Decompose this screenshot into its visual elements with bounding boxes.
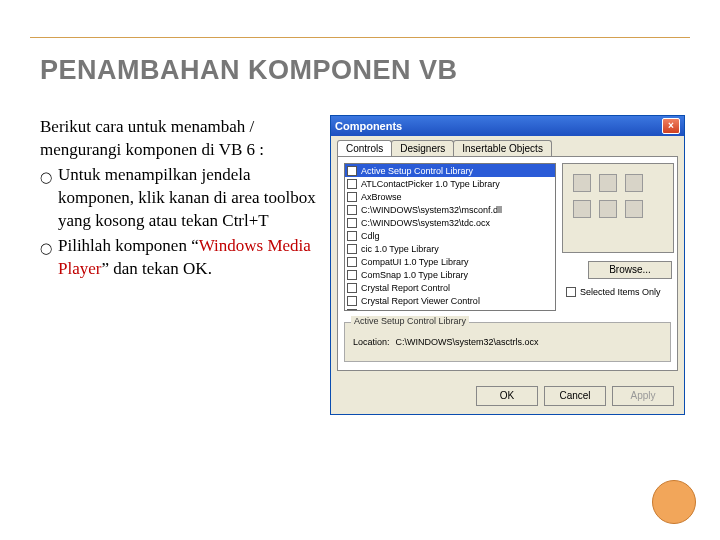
tab-panel: Active Setup Control Library ATLContactP… xyxy=(337,156,678,371)
components-dialog: Components × Controls Designers Insertab… xyxy=(330,115,685,415)
checkbox-icon[interactable] xyxy=(347,309,357,312)
checkbox-icon[interactable] xyxy=(347,166,357,176)
checkbox-icon[interactable] xyxy=(347,218,357,228)
list-item[interactable]: Crystal Report Control xyxy=(345,281,555,294)
checkbox-icon[interactable] xyxy=(347,257,357,267)
checkbox-icon[interactable] xyxy=(347,179,357,189)
list-item[interactable]: AxBrowse xyxy=(345,190,555,203)
preview-icon xyxy=(625,174,643,192)
preview-icon xyxy=(573,174,591,192)
dialog-buttons: OK Cancel Apply xyxy=(476,386,674,406)
bullet-1-text: Untuk menampilkan jendela komponen, klik… xyxy=(58,164,320,233)
selected-items-only[interactable]: Selected Items Only xyxy=(566,287,661,297)
checkbox-icon[interactable] xyxy=(347,231,357,241)
dialog-titlebar[interactable]: Components × xyxy=(331,116,684,136)
tab-controls[interactable]: Controls xyxy=(337,140,392,156)
slide-title: PENAMBAHAN KOMPONEN VB xyxy=(40,55,458,86)
list-item[interactable]: Cdlg xyxy=(345,229,555,242)
list-item[interactable]: Active Setup Control Library xyxy=(345,164,555,177)
list-item[interactable]: C:\WINDOWS\system32\tdc.ocx xyxy=(345,216,555,229)
preview-pane xyxy=(562,163,674,253)
tab-bar: Controls Designers Insertable Objects xyxy=(331,136,684,156)
tab-insertable[interactable]: Insertable Objects xyxy=(453,140,552,156)
list-item[interactable]: C:\WINDOWS\system32\msconf.dll xyxy=(345,203,555,216)
list-item[interactable]: cic 1.0 Type Library xyxy=(345,242,555,255)
bullet-marker-icon: ◯ xyxy=(40,235,58,281)
list-item[interactable]: ATLContactPicker 1.0 Type Library xyxy=(345,177,555,190)
intro-text: Berikut cara untuk menambah / mengurangi… xyxy=(40,116,320,162)
checkbox-icon[interactable] xyxy=(347,205,357,215)
close-button[interactable]: × xyxy=(662,118,680,134)
tab-designers[interactable]: Designers xyxy=(391,140,454,156)
location-value: C:\WINDOWS\system32\asctrls.ocx xyxy=(396,337,539,347)
checkbox-icon[interactable] xyxy=(347,296,357,306)
decorative-circle-icon xyxy=(652,480,696,524)
bullet-2: ◯ Pilihlah komponen “Windows Media Playe… xyxy=(40,235,320,281)
location-group: Active Setup Control Library Location: C… xyxy=(344,322,671,362)
bullet-2-text: Pilihlah komponen “Windows Media Player”… xyxy=(58,235,320,281)
component-list[interactable]: Active Setup Control Library ATLContactP… xyxy=(344,163,556,311)
checkbox-icon[interactable] xyxy=(347,283,357,293)
accent-line xyxy=(30,37,690,38)
location-label: Location: xyxy=(353,337,390,347)
checkbox-icon[interactable] xyxy=(347,192,357,202)
preview-icon xyxy=(599,200,617,218)
checkbox-icon[interactable] xyxy=(566,287,576,297)
list-item[interactable]: CompatUI 1.0 Type Library xyxy=(345,255,555,268)
apply-button[interactable]: Apply xyxy=(612,386,674,406)
checkbox-icon[interactable] xyxy=(347,270,357,280)
cancel-button[interactable]: Cancel xyxy=(544,386,606,406)
browse-button[interactable]: Browse... xyxy=(588,261,672,279)
dialog-title: Components xyxy=(335,120,662,132)
list-item[interactable]: Crystal Report Viewer Control xyxy=(345,294,555,307)
preview-icon xyxy=(625,200,643,218)
bullet-1: ◯ Untuk menampilkan jendela komponen, kl… xyxy=(40,164,320,233)
wmp-highlight: Windows Media Player xyxy=(58,236,311,278)
list-item[interactable]: Crystal Select Expert OLE Control module xyxy=(345,307,555,311)
preview-icon xyxy=(573,200,591,218)
checkbox-icon[interactable] xyxy=(347,244,357,254)
selected-items-label: Selected Items Only xyxy=(580,287,661,297)
bullet-marker-icon: ◯ xyxy=(40,164,58,233)
preview-icons xyxy=(573,174,663,218)
preview-icon xyxy=(599,174,617,192)
list-item[interactable]: ComSnap 1.0 Type Library xyxy=(345,268,555,281)
content-text: Berikut cara untuk menambah / mengurangi… xyxy=(40,116,320,281)
location-group-title: Active Setup Control Library xyxy=(351,316,469,326)
ok-button[interactable]: OK xyxy=(476,386,538,406)
